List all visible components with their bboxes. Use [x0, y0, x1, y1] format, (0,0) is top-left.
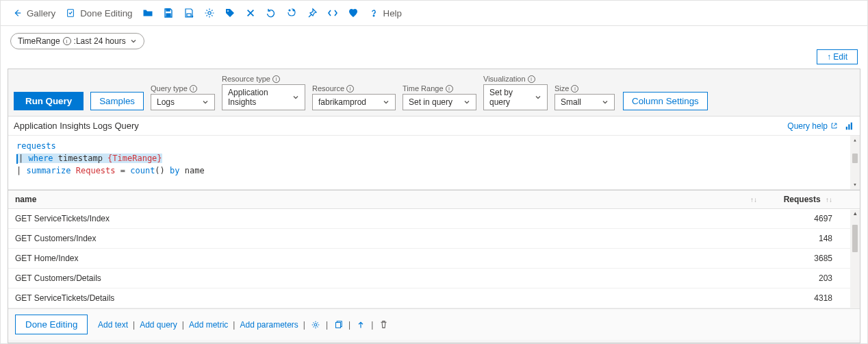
cell-requests: 3685: [764, 249, 860, 269]
query-editor[interactable]: requests | where timestamp {TimeRange} |…: [8, 135, 860, 190]
table-row[interactable]: GET Home/Index3685: [8, 249, 860, 269]
col-header-requests[interactable]: Requests ↑↓: [764, 191, 860, 209]
cell-name: GET Home/Index: [8, 249, 723, 269]
code-icon: [327, 8, 338, 19]
svg-rect-3: [187, 14, 191, 16]
time-range-pill[interactable]: TimeRange i : Last 24 hours: [10, 33, 144, 49]
cell-spacer: [723, 229, 764, 249]
resource-value: fabrikamprod: [318, 97, 366, 107]
info-icon: i: [272, 75, 280, 83]
add-parameters-link[interactable]: Add parameters: [240, 320, 298, 330]
settings-button[interactable]: [200, 5, 219, 21]
info-icon: i: [571, 85, 578, 93]
favorite-button[interactable]: [344, 5, 363, 21]
scroll-thumb[interactable]: [852, 153, 858, 163]
chevron-down-icon: [602, 99, 609, 106]
column-settings-button[interactable]: Column Settings: [623, 92, 708, 110]
undo-button[interactable]: [261, 5, 281, 21]
size-dropdown[interactable]: Small: [554, 94, 615, 110]
open-button[interactable]: [138, 5, 157, 21]
col-header-name-label: name: [15, 195, 36, 204]
separator: |: [348, 320, 350, 330]
time-range-dd-value: Set in query: [409, 97, 452, 107]
query-help-link[interactable]: Query help: [787, 121, 838, 131]
add-text-link[interactable]: Add text: [98, 320, 128, 330]
help-label: Help: [383, 8, 402, 19]
resource-field: Resource i fabrikamprod: [312, 84, 396, 110]
svg-point-12: [314, 323, 317, 326]
col-header-requests-label: Requests: [784, 195, 821, 204]
table-row[interactable]: GET ServiceTickets/Details4318: [8, 288, 860, 308]
time-range-field: Time Range i Set in query: [403, 84, 476, 110]
done-editing-top-button[interactable]: Done Editing: [61, 5, 136, 21]
advanced-settings-button[interactable]: [310, 319, 321, 330]
size-label-text: Size: [554, 84, 569, 93]
add-metric-link[interactable]: Add metric: [189, 320, 228, 330]
size-value: Small: [561, 97, 581, 107]
resource-type-label-text: Resource type: [222, 75, 270, 83]
tag-button[interactable]: [220, 5, 240, 21]
visualization-dropdown[interactable]: Set by query: [483, 84, 548, 110]
query-help-links: Query help: [787, 121, 854, 131]
save-button[interactable]: [159, 5, 178, 21]
advanced-editor-button[interactable]: [323, 5, 342, 21]
query-type-label-text: Query type: [151, 84, 188, 93]
arrow-left-icon: [12, 8, 23, 19]
kql-where: where: [28, 153, 53, 163]
kql-col-name: name: [185, 166, 205, 175]
separator: |: [371, 320, 373, 330]
resource-type-value: Application Insights: [228, 88, 292, 107]
info-icon: i: [528, 75, 535, 83]
clone-button[interactable]: [333, 319, 344, 330]
resource-type-dropdown[interactable]: Application Insights: [222, 84, 305, 110]
table-row[interactable]: GET Customers/Details203: [8, 269, 860, 288]
chevron-down-icon: [130, 38, 137, 45]
add-query-link[interactable]: Add query: [140, 320, 177, 330]
query-type-dropdown[interactable]: Logs: [151, 94, 215, 110]
move-up-button[interactable]: [355, 319, 366, 330]
redo-button[interactable]: [282, 5, 301, 21]
done-editing-footer-button[interactable]: Done Editing: [15, 315, 88, 334]
workbook-root: Gallery Done Editing: [0, 0, 868, 344]
table-scrollbar[interactable]: ▴: [850, 210, 860, 308]
pin-button[interactable]: [303, 5, 322, 21]
info-icon: i: [446, 85, 453, 93]
edit-button[interactable]: ↑ Edit: [817, 49, 858, 64]
kql-pipe: |: [16, 166, 21, 175]
gallery-button[interactable]: Gallery: [8, 5, 60, 21]
table-row[interactable]: GET ServiceTickets/Index4697: [8, 209, 860, 229]
editor-scrollbar[interactable]: ▴ ▾: [850, 136, 860, 189]
help-button[interactable]: Help: [364, 5, 406, 21]
resource-dropdown[interactable]: fabrikamprod: [312, 94, 396, 110]
svg-point-7: [293, 10, 294, 11]
run-query-button[interactable]: Run Query: [14, 92, 84, 110]
col-header-name[interactable]: name: [8, 191, 723, 209]
done-editing-icon: [65, 8, 76, 19]
separator: |: [303, 320, 305, 330]
table-row[interactable]: GET Customers/Index148: [8, 229, 860, 249]
save-icon: [163, 8, 174, 19]
cell-name: GET Customers/Index: [8, 229, 723, 249]
help-icon: [368, 8, 379, 19]
time-range-dropdown[interactable]: Set in query: [403, 94, 476, 110]
info-icon: i: [190, 85, 197, 93]
query-type-field: Query type i Logs: [151, 84, 215, 110]
cell-name: GET Customers/Details: [8, 269, 723, 288]
save-as-button[interactable]: [179, 5, 199, 21]
svg-rect-1: [166, 14, 170, 16]
save-as-icon: [183, 8, 194, 19]
samples-button[interactable]: Samples: [90, 92, 144, 110]
delete-button[interactable]: [241, 5, 260, 21]
editor-line-1: requests: [16, 140, 854, 152]
query-type-label: Query type i: [151, 84, 215, 93]
editor-line-3: | summarize Requests = count() by name: [16, 164, 854, 177]
redo-icon: [286, 8, 297, 19]
remove-button[interactable]: [378, 319, 389, 330]
kql-summarize: summarize: [26, 166, 71, 175]
kql-col-timestamp: timestamp: [58, 153, 103, 163]
col-header-sort-spacer[interactable]: ↑↓: [723, 191, 764, 209]
chart-settings-button[interactable]: [845, 121, 854, 131]
scroll-up-arrow: ▴: [853, 136, 856, 145]
svg-rect-2: [166, 9, 170, 11]
scroll-thumb[interactable]: [852, 225, 858, 252]
